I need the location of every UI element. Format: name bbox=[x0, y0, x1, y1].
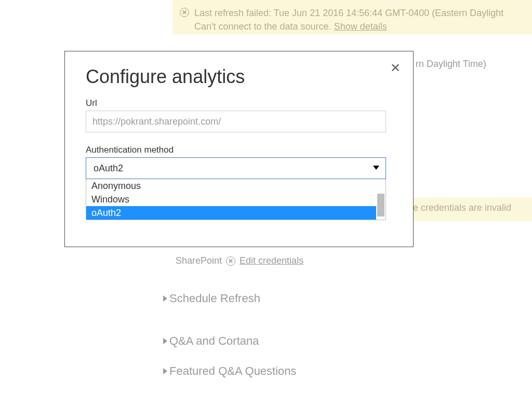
auth-method-selected-value: oAuth2 bbox=[94, 163, 123, 174]
error-line1: Last refresh failed: Tue Jun 21 2016 14:… bbox=[194, 8, 503, 18]
datasource-name: SharePoint bbox=[176, 255, 222, 266]
url-label: Url bbox=[86, 98, 392, 109]
section-label: Q&A and Cortana bbox=[169, 334, 259, 348]
scrollbar-thumb[interactable] bbox=[377, 194, 384, 216]
auth-method-label: Authentication method bbox=[86, 145, 392, 155]
section-featured-qna[interactable]: Featured Q&A Questions bbox=[163, 364, 297, 378]
show-details-link[interactable]: Show details bbox=[334, 21, 387, 32]
refresh-error-banner: Last refresh failed: Tue Jun 21 2016 14:… bbox=[172, 0, 532, 34]
section-label: Featured Q&A Questions bbox=[169, 364, 297, 378]
close-icon[interactable]: ✕ bbox=[390, 62, 401, 74]
timezone-fragment: rn Daylight Time) bbox=[416, 59, 486, 70]
caret-right-icon bbox=[163, 338, 167, 344]
credentials-invalid-text: the credentials are invalid bbox=[405, 202, 511, 213]
auth-method-select[interactable]: oAuth2 bbox=[86, 157, 386, 179]
auth-method-dropdown: Anonymous Windows oAuth2 bbox=[86, 179, 386, 220]
error-line2: Can't connect to the data source. bbox=[194, 21, 331, 32]
section-schedule-refresh[interactable]: Schedule Refresh bbox=[163, 292, 260, 305]
url-input[interactable] bbox=[86, 111, 386, 132]
auth-option-anonymous[interactable]: Anonymous bbox=[86, 179, 376, 193]
section-label: Schedule Refresh bbox=[169, 292, 260, 305]
error-icon bbox=[180, 8, 189, 17]
datasource-row-sharepoint: SharePoint Edit credentials bbox=[176, 255, 303, 266]
caret-right-icon bbox=[163, 368, 167, 374]
caret-right-icon bbox=[163, 295, 167, 302]
edit-credentials-link[interactable]: Edit credentials bbox=[240, 255, 303, 266]
section-qna-cortana[interactable]: Q&A and Cortana bbox=[163, 334, 259, 348]
datasource-error-icon bbox=[226, 256, 235, 266]
auth-option-oauth2[interactable]: oAuth2 bbox=[86, 206, 376, 220]
auth-option-windows[interactable]: Windows bbox=[86, 193, 376, 206]
configure-dialog: ✕ Configure analytics Url Authentication… bbox=[64, 51, 414, 247]
chevron-down-icon bbox=[373, 166, 379, 170]
dialog-title: Configure analytics bbox=[86, 66, 392, 88]
